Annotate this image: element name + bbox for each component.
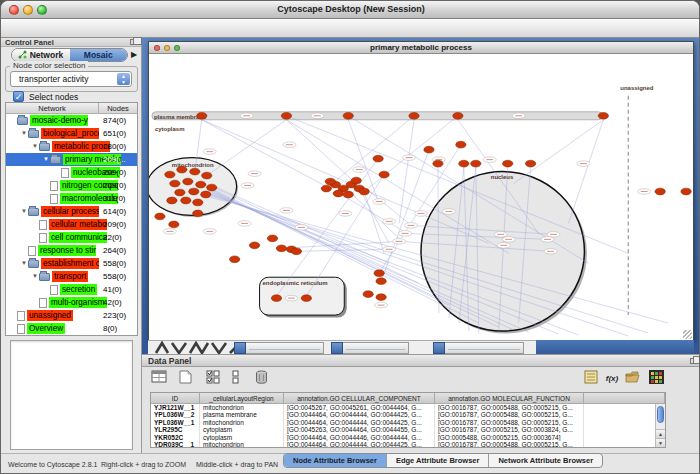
tree-row[interactable]: macromolecule311(0) <box>6 192 137 205</box>
minimized-window[interactable] <box>234 342 324 354</box>
dropdown-stepper-icon[interactable]: ▲▼ <box>117 73 130 85</box>
network-node[interactable] <box>189 188 199 195</box>
tree-row[interactable]: nitrogen compo209(0) <box>6 179 137 192</box>
expand-arrow-icon[interactable]: ▼ <box>20 257 28 270</box>
matrix-icon[interactable] <box>649 370 667 388</box>
network-node[interactable] <box>343 191 353 198</box>
table-scrollbar[interactable]: ▲ ▼ <box>655 404 665 447</box>
table-column-header[interactable]: annotation.GO CELLULAR_COMPONENT <box>284 393 435 403</box>
table-row[interactable]: YPL036W__1mitochondrion[GO:0044464, GO:0… <box>151 419 665 426</box>
network-edge[interactable] <box>514 120 604 184</box>
network-node[interactable] <box>471 160 481 167</box>
network-node[interactable] <box>363 291 373 298</box>
close-window-icon[interactable] <box>9 5 19 15</box>
tree-row[interactable]: multi-organism pro42(0) <box>6 296 137 309</box>
tree-row[interactable]: nucleobase-209(0) <box>6 166 137 179</box>
tab-network[interactable]: Network <box>12 49 70 61</box>
network-node[interactable] <box>291 248 301 255</box>
tree-row[interactable]: Overview8(0) <box>6 322 137 335</box>
network-node[interactable] <box>655 188 665 195</box>
delete-attribute-icon[interactable] <box>255 370 273 388</box>
scrollbar-thumb[interactable] <box>657 406 664 423</box>
network-node[interactable] <box>359 188 369 195</box>
network-node[interactable] <box>376 278 386 285</box>
network-edge[interactable] <box>286 120 359 187</box>
table-column-header[interactable]: _cellularLayoutRegion <box>200 393 284 403</box>
network-node[interactable] <box>193 210 203 217</box>
network-node[interactable] <box>343 112 353 119</box>
attribute-table-icon[interactable] <box>151 370 169 388</box>
network-edge[interactable] <box>359 189 389 244</box>
tab-edge-attribute-browser[interactable]: Edge Attribute Browser <box>387 454 489 467</box>
table-column-header[interactable]: ID <box>151 393 200 403</box>
minimize-window-icon[interactable] <box>23 5 33 15</box>
tree-col-network[interactable]: Network <box>6 103 99 113</box>
table-row[interactable]: YDR039C__1mitochondrion[GO:0044464, GO:0… <box>151 441 665 448</box>
network-node[interactable] <box>197 112 207 119</box>
network-node[interactable] <box>202 172 212 179</box>
network-node[interactable] <box>321 185 331 192</box>
table-row[interactable]: YLR295Ccytoplasm[GO:0045263, GO:0044464,… <box>151 426 665 433</box>
expand-arrow-icon[interactable]: ▼ <box>42 153 50 166</box>
network-node[interactable] <box>525 160 535 167</box>
tree-row[interactable]: ▼transport558(0) <box>6 270 137 283</box>
network-node[interactable] <box>325 178 335 185</box>
network-node[interactable] <box>175 189 185 196</box>
network-edge[interactable] <box>207 120 287 176</box>
network-node[interactable] <box>169 221 179 228</box>
load-attributes-icon[interactable] <box>625 370 643 388</box>
select-nodes-checkbox[interactable]: ✓ <box>13 91 24 102</box>
minimized-window[interactable] <box>433 342 524 354</box>
network-minimize-icon[interactable] <box>164 45 170 51</box>
network-node[interactable] <box>267 235 277 242</box>
formula-icon[interactable]: f(x) <box>603 370 621 388</box>
network-node[interactable] <box>170 180 180 187</box>
network-node[interactable] <box>598 112 608 119</box>
float-panel-icon[interactable] <box>690 358 697 364</box>
network-node[interactable] <box>409 112 419 119</box>
network-node[interactable] <box>167 197 177 204</box>
network-node[interactable] <box>155 213 165 220</box>
tree-row[interactable]: secretion41(0) <box>6 283 137 296</box>
tree-row[interactable]: mosaic-demo-yeast874(0) <box>6 114 137 127</box>
network-canvas[interactable]: plasma membranecytoplasmmitochondrionnuc… <box>149 54 693 340</box>
network-node[interactable] <box>433 160 443 167</box>
network-node[interactable] <box>271 295 281 302</box>
network-node[interactable] <box>249 242 259 249</box>
more-tabs-icon[interactable]: ▶ <box>131 50 137 59</box>
expand-arrow-icon[interactable]: ▼ <box>31 270 39 283</box>
network-edge[interactable] <box>326 116 414 189</box>
network-edge[interactable] <box>568 120 603 224</box>
table-column-header[interactable]: annotation.GO MOLECULAR_FUNCTION <box>435 393 584 403</box>
unselect-attributes-icon[interactable] <box>232 370 250 388</box>
birds-eye-view[interactable] <box>10 340 133 450</box>
tree-row[interactable]: unassigned223(0) <box>6 309 137 322</box>
expand-arrow-icon[interactable]: ▼ <box>20 205 28 218</box>
network-edge[interactable] <box>212 187 419 284</box>
tree-row[interactable]: cell communicat22(0) <box>6 231 137 244</box>
table-row[interactable]: YKR052Ccytoplasm[GO:0044464, GO:0044446,… <box>151 434 665 441</box>
network-node[interactable] <box>681 188 691 195</box>
network-node[interactable] <box>374 270 384 277</box>
network-edge[interactable] <box>349 192 399 239</box>
tree-row[interactable]: ▼primary metabo209(... <box>6 153 137 166</box>
network-node[interactable] <box>183 178 193 185</box>
scroll-up-icon[interactable]: ▲ <box>656 429 665 438</box>
network-node[interactable] <box>229 256 239 263</box>
resize-grip[interactable] <box>683 330 692 339</box>
network-node[interactable] <box>165 171 175 178</box>
node-color-dropdown[interactable]: transporter activity ▲▼ <box>10 71 132 87</box>
tree-row[interactable]: cellular metabol209(0) <box>6 218 137 231</box>
network-node[interactable] <box>376 294 386 301</box>
network-node[interactable] <box>196 181 206 188</box>
network-node[interactable] <box>379 171 389 178</box>
network-node[interactable] <box>333 190 343 197</box>
network-node[interactable] <box>453 112 463 119</box>
expand-arrow-icon[interactable]: ▼ <box>31 140 39 153</box>
network-node[interactable] <box>190 168 200 175</box>
select-attributes-icon[interactable] <box>206 370 224 388</box>
float-panel-icon[interactable] <box>130 39 137 45</box>
network-node[interactable] <box>181 197 191 204</box>
tab-network-attribute-browser[interactable]: Network Attribute Browser <box>489 454 602 467</box>
attribute-list-icon[interactable] <box>584 370 602 388</box>
